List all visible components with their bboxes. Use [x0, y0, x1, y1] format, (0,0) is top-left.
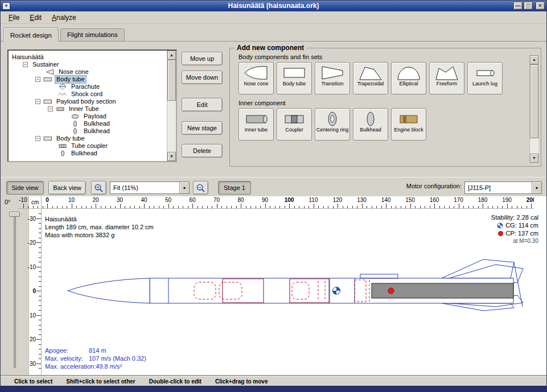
menu-edit[interactable]: Edit: [24, 12, 47, 23]
tree-item-body-tube[interactable]: −Body tube: [9, 135, 167, 142]
tree-item-label: Bulkhead: [82, 127, 112, 135]
close-button[interactable]: ✕: [536, 2, 545, 10]
scroll-up-icon[interactable]: ▲: [530, 55, 538, 64]
minimize-button[interactable]: —: [513, 2, 523, 10]
tab-rocket-design[interactable]: Rocket design: [3, 27, 59, 42]
h-ruler-tick: [468, 206, 469, 208]
tree-expander-icon[interactable]: −: [35, 136, 40, 141]
v-ruler-tick: [39, 325, 41, 325]
h-ruler-tick: [430, 206, 430, 208]
menu-analyze[interactable]: Analyze: [47, 12, 81, 23]
tree-item-inner-tube[interactable]: −Inner Tube: [9, 105, 167, 113]
dropdown-icon[interactable]: ▼: [532, 182, 541, 193]
tree-item-haisun-t[interactable]: Haisunäätä: [9, 53, 167, 61]
zoom-value: Fit (11%): [110, 184, 179, 191]
max-velocity-row: Max. velocity:107 m/s (Mach 0.32): [45, 354, 146, 362]
tree-item-bulkhead[interactable]: Bulkhead: [9, 150, 167, 157]
hint-click-select: Click to select: [14, 378, 52, 385]
h-ruler-tick: [463, 206, 464, 208]
h-ruler-tick: [333, 206, 334, 208]
add-freeform-button[interactable]: Freeform: [429, 62, 464, 94]
tree-item-label: Body tube: [55, 135, 87, 142]
component-tree[interactable]: Haisunäätä−SustainerNose cone−Body tubeP…: [7, 49, 177, 162]
tree-item-parachute[interactable]: Parachute: [9, 83, 167, 90]
scroll-down-icon[interactable]: ▼: [530, 154, 538, 163]
add-coupler-button[interactable]: Coupler: [277, 108, 312, 141]
title-bar[interactable]: ▾ Haisunäätä (haisunaata.ork) — □ ✕: [1, 1, 546, 11]
component-button-label: Trapezoidal: [357, 81, 385, 87]
rotation-slider-track[interactable]: [14, 213, 16, 368]
add-body-tube-button[interactable]: Body tube: [277, 62, 312, 94]
nosecone-icon: [244, 64, 269, 81]
h-ruler-tick: [250, 206, 251, 208]
h-ruler-tick: [521, 206, 522, 208]
tree-expander-icon[interactable]: −: [23, 62, 28, 67]
back-view-button[interactable]: Back view: [48, 181, 86, 195]
new-stage-button[interactable]: New stage: [182, 121, 223, 135]
move-up-button[interactable]: Move up: [182, 52, 223, 65]
launch-lug-outline[interactable]: [360, 274, 398, 278]
fin-lower[interactable]: [442, 303, 514, 311]
tree-item-payload-body-section[interactable]: −Payload body section: [9, 98, 167, 105]
tree-item-label: Body tube: [55, 75, 87, 84]
scroll-up-icon[interactable]: ▲: [167, 51, 176, 60]
tree-item-nose-cone[interactable]: Nose cone: [9, 68, 167, 76]
system-menu-icon[interactable]: ▾: [2, 2, 10, 10]
tree-scrollbar-thumb[interactable]: [167, 60, 176, 101]
motor-configuration-select[interactable]: [J115-P] ▼: [464, 181, 542, 194]
delete-button[interactable]: Delete: [182, 144, 223, 158]
add-engine-block-button[interactable]: Engine block: [391, 108, 426, 141]
engineblock-icon: [396, 110, 421, 127]
v-ruler-tick: [39, 329, 41, 330]
h-ruler-tick: [231, 206, 232, 208]
tree-item-bulkhead[interactable]: Bulkhead: [9, 127, 167, 135]
dropdown-icon[interactable]: ▼: [179, 182, 189, 193]
h-ruler-tick: [425, 206, 425, 208]
v-ruler-tick: [39, 247, 41, 248]
add-bulkhead-button[interactable]: Bulkhead: [353, 108, 388, 141]
h-ruler-tick: [246, 206, 246, 208]
add-launch-lug-button[interactable]: Launch lug: [467, 62, 503, 94]
side-view-button[interactable]: Side view: [6, 181, 44, 195]
add-inner-tube-button[interactable]: Inner tube: [238, 108, 274, 141]
cp-marker: [388, 288, 394, 294]
tree-expander-icon[interactable]: −: [35, 77, 40, 82]
add-centering-ring-button[interactable]: Centering ring: [315, 108, 350, 141]
nose-cone-outline[interactable]: [68, 278, 150, 303]
add-elliptical-button[interactable]: Elliptical: [391, 62, 426, 94]
h-ruler-tick: [159, 206, 159, 208]
add-panel-scrollbar[interactable]: ▲ ▼: [529, 55, 538, 163]
scroll-down-icon[interactable]: ▼: [167, 152, 176, 161]
tree-scrollbar[interactable]: ▲ ▼: [167, 51, 176, 161]
tree-item-body-tube[interactable]: −Body tube: [9, 76, 167, 83]
h-ruler-tick: [449, 206, 450, 208]
add-panel-scrollbar-thumb[interactable]: [530, 64, 538, 138]
add-transition-button[interactable]: Transition: [315, 62, 350, 94]
stage-1-toggle[interactable]: Stage 1: [218, 181, 251, 195]
tree-item-shock-cord[interactable]: Shock cord: [9, 90, 167, 98]
zoom-out-button[interactable]: [193, 181, 208, 195]
h-ruler-tick: [125, 206, 125, 208]
tree-expander-icon[interactable]: −: [35, 99, 40, 104]
add-nose-cone-button[interactable]: Nose cone: [238, 62, 274, 94]
tree-item-sustainer[interactable]: −Sustainer: [9, 61, 167, 68]
zoom-in-button[interactable]: [91, 181, 106, 195]
tab-flight-simulations[interactable]: Flight simulations: [60, 28, 125, 41]
edit-button[interactable]: Edit: [182, 98, 223, 112]
h-ruler-tick: [76, 206, 77, 208]
tree-item-bulkhead[interactable]: Bulkhead: [9, 120, 167, 127]
move-down-button[interactable]: Move down: [182, 71, 223, 84]
maximize-button[interactable]: □: [524, 2, 533, 10]
fin-upper[interactable]: [442, 259, 514, 278]
menu-file[interactable]: File: [3, 12, 24, 23]
tree-item-payload[interactable]: Payload: [9, 113, 167, 120]
nosecone-icon: [46, 69, 55, 75]
zoom-select[interactable]: Fit (11%) ▼: [110, 181, 190, 194]
v-ruler-label: -10: [28, 263, 36, 270]
tree-expander-icon[interactable]: −: [48, 106, 53, 112]
add-trapezoidal-button[interactable]: Trapezoidal: [353, 62, 388, 94]
tree-item-tube-coupler[interactable]: Tube coupler: [9, 142, 167, 150]
h-ruler-tick: [173, 206, 174, 208]
h-ruler-tick: [202, 206, 203, 208]
rotation-slider-thumb[interactable]: [9, 212, 20, 217]
